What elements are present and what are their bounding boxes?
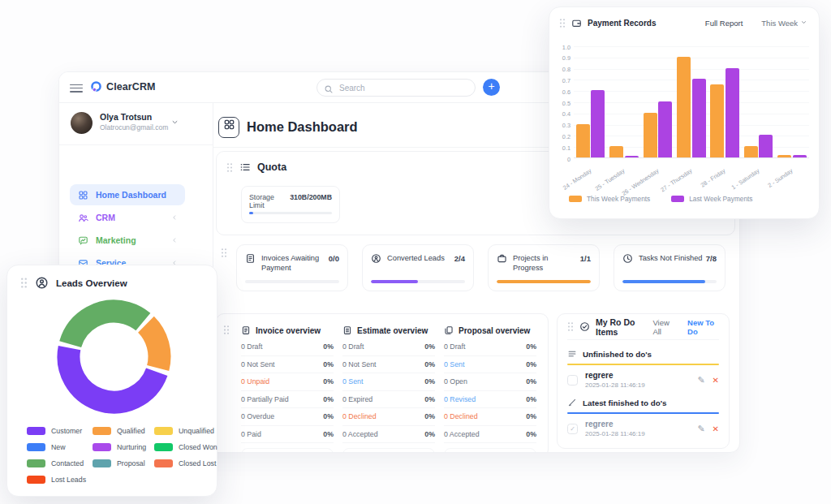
delete-x-icon[interactable]: ✕ (713, 376, 719, 385)
overview-row-value: 0% (526, 395, 536, 403)
stat-card[interactable]: Converted Leads 2/4 (362, 244, 474, 291)
dashboard-icon (78, 190, 88, 200)
leads-legend-item: Nurturing (93, 442, 154, 451)
avatar (71, 112, 93, 134)
ghost-card (241, 448, 334, 453)
hamburger-menu-icon[interactable] (70, 82, 83, 94)
overview-row-label: 0 Sent (444, 360, 464, 368)
overview-row: 0 Sent 0% (444, 356, 536, 374)
leads-legend-item: Qualified (93, 426, 154, 435)
stat-value: 7/8 (706, 254, 717, 263)
overview-row-value: 0% (323, 430, 334, 438)
full-report-link[interactable]: Full Report (705, 19, 743, 28)
week-range-value: This Week (761, 19, 798, 28)
overview-row-label: 0 Accepted (444, 430, 480, 438)
legend-swatch (671, 196, 684, 202)
legend-swatch (27, 459, 45, 467)
leads-overview-title: Leads Overview (56, 278, 127, 288)
drag-handle-icon[interactable] (226, 162, 233, 173)
delete-x-icon[interactable]: ✕ (713, 424, 719, 433)
stat-card[interactable]: Invoices Awaiting Payment 0/0 (236, 244, 348, 291)
leads-legend-item: Lost Leads (27, 475, 93, 484)
sidebar-item-label: Home Dashboard (96, 190, 166, 200)
todo-item-name: regrere (585, 371, 645, 380)
bar-this-week (644, 113, 657, 157)
overview-row-value: 0% (424, 412, 435, 420)
drag-handle-icon[interactable] (20, 277, 28, 289)
stat-value: 1/1 (580, 254, 591, 263)
add-button[interactable]: + (483, 79, 500, 96)
overview-row-value: 0% (424, 430, 435, 438)
edit-pencil-icon[interactable]: ✎ (697, 424, 704, 434)
todo-section-title: Unfinished to do's (583, 350, 652, 359)
stat-card[interactable]: Tasks Not Finished 7/8 (614, 244, 726, 291)
overview-row-label: 0 Accepted (342, 430, 378, 438)
todo-checkbox[interactable] (567, 375, 578, 386)
stat-progress (497, 280, 591, 283)
x-axis-label: 27 - Thursday (635, 167, 693, 209)
overview-row-value: 0% (424, 360, 435, 368)
chevron-left-icon (170, 213, 179, 222)
ghost-card (444, 448, 536, 453)
y-tick-label: 0.9 (553, 54, 571, 62)
legend-item: This Week Payments (569, 195, 650, 203)
bar-last-week (726, 68, 739, 157)
leads-legend-item: New (27, 442, 93, 451)
todo-section-title: Latest finished to do's (583, 398, 667, 407)
sidebar-item-crm[interactable]: CRM (70, 207, 185, 228)
stat-card[interactable]: Projects in Progress 1/1 (488, 244, 600, 291)
todo-title: My Ro Do Items (596, 317, 647, 337)
legend-swatch (154, 459, 173, 467)
bar-this-week (609, 146, 623, 157)
overview-row: 0 Open 0% (444, 373, 536, 391)
profile-menu[interactable]: Olya Trotsun Olatrocun@gmail.com (59, 103, 213, 145)
week-range-dropdown[interactable]: This Week (761, 19, 807, 28)
todo-item: regrere 2025-01-28 11:46:19 ✎ ✕ (567, 371, 719, 389)
overview-row: 0 Overdue 0% (241, 408, 334, 426)
x-axis-label: 2 - Sunday (736, 167, 794, 209)
overview-row-value: 0% (323, 342, 334, 351)
overview-row: 0 Not Sent 0% (241, 356, 334, 374)
storage-limit-card: Storage Limit 310B/200MB (241, 186, 340, 223)
donut-chart (55, 298, 173, 419)
view-all-link[interactable]: View All (652, 318, 674, 336)
leads-legend-item: Closed Lost (154, 459, 217, 467)
list-icon (567, 349, 577, 359)
circle-check-icon (579, 321, 590, 332)
legend-swatch (569, 196, 582, 202)
search-box (316, 79, 476, 97)
overview-title: Proposal overview (459, 326, 530, 335)
chevron-left-icon (170, 236, 179, 244)
todo-item-name: regrere (585, 420, 645, 429)
bar-this-week (777, 155, 791, 157)
sidebar-item-home-dashboard[interactable]: Home Dashboard (70, 184, 185, 205)
overview-row-label: 0 Declined (444, 412, 478, 420)
logo-text: ClearCRM (106, 81, 156, 93)
search-input[interactable] (316, 79, 476, 97)
edit-pencil-icon[interactable]: ✎ (697, 375, 704, 386)
drag-handle-icon[interactable] (221, 248, 227, 258)
legend-label: Proposal (117, 459, 145, 467)
todo-panel: My Ro Do Items View All New To Do Unfini… (557, 313, 730, 449)
drag-handle-icon[interactable] (223, 325, 230, 335)
legend-label: Closed Lost (179, 459, 216, 467)
drag-handle-icon[interactable] (567, 321, 574, 332)
todo-section-header: Unfinished to do's (567, 347, 719, 360)
sidebar-item-marketing[interactable]: Marketing (70, 230, 185, 251)
todo-section-header: Latest finished to do's (567, 396, 719, 409)
overview-title: Invoice overview (256, 326, 321, 335)
todo-checkbox[interactable]: ✓ (567, 424, 578, 434)
y-tick-label: 0.2 (553, 133, 571, 140)
overview-row-label: 0 Draft (444, 342, 465, 351)
x-axis-label: 28 - Friday (670, 167, 727, 209)
legend-label: Qualified (117, 427, 145, 435)
overview-row-label: 0 Partially Paid (241, 395, 289, 403)
overview-row-value: 0% (424, 395, 435, 403)
new-todo-link[interactable]: New To Do (687, 318, 719, 336)
overview-row: 0 Expired 0% (342, 391, 435, 409)
chevron-down-icon (800, 19, 807, 28)
drag-handle-icon[interactable] (559, 18, 566, 28)
stat-value: 0/0 (329, 254, 339, 263)
overview-row-label: 0 Open (444, 377, 467, 386)
stat-progress (622, 280, 717, 283)
